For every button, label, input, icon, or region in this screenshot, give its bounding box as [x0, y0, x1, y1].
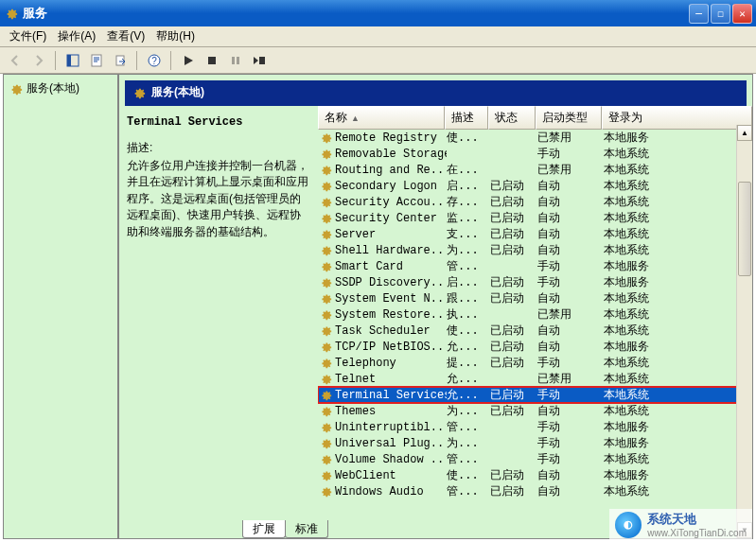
- service-row[interactable]: Security Accou...存...已启动自动本地系统: [318, 194, 752, 210]
- cell-desc: 提...: [447, 355, 490, 371]
- cell-logon: 本地系统: [604, 451, 752, 467]
- cell-name: Windows Audio: [335, 485, 447, 498]
- cell-desc: 为...: [447, 435, 490, 451]
- service-row[interactable]: Telnet允...已禁用本地系统: [318, 371, 752, 387]
- forward-button[interactable]: [27, 50, 49, 71]
- cell-name: TCP/IP NetBIOS...: [335, 341, 447, 354]
- service-row[interactable]: Secondary Logon启...已启动自动本地系统: [318, 178, 752, 194]
- cell-desc: 为...: [447, 242, 490, 258]
- cell-logon: 本地系统: [604, 194, 752, 210]
- view-tabs: 扩展 标准: [242, 520, 327, 538]
- window-title: 服务: [23, 5, 689, 22]
- service-row[interactable]: Shell Hardware...为...已启动自动本地系统: [318, 242, 752, 258]
- service-row[interactable]: Security Center监...已启动自动本地系统: [318, 210, 752, 226]
- service-row[interactable]: Volume Shadow ...管...手动本地系统: [318, 451, 752, 467]
- service-row[interactable]: Windows Audio管...已启动自动本地系统: [318, 483, 752, 499]
- cell-name: Task Scheduler: [335, 324, 447, 338]
- close-button[interactable]: ✕: [732, 4, 752, 24]
- show-hide-tree-button[interactable]: [62, 50, 83, 71]
- cell-desc: 允...: [447, 371, 490, 387]
- service-row[interactable]: Task Scheduler使...已启动自动本地系统: [318, 323, 752, 339]
- watermark-brand: 系统天地: [647, 512, 696, 526]
- service-row[interactable]: Removable Storage手动本地系统: [318, 146, 752, 162]
- cell-startup: 自动: [537, 242, 604, 258]
- tab-extended[interactable]: 扩展: [242, 520, 286, 538]
- toolbar-separator: [55, 51, 56, 70]
- cell-status: 已启动: [490, 339, 537, 355]
- service-row[interactable]: Routing and Re...在...已禁用本地系统: [318, 162, 752, 178]
- cell-name: Terminal Services: [335, 389, 447, 402]
- cell-name: Remote Registry: [335, 131, 447, 145]
- cell-logon: 本地系统: [604, 371, 752, 387]
- toolbar-separator: [136, 51, 137, 70]
- menu-file[interactable]: 文件(F): [4, 26, 52, 46]
- cell-name: Volume Shadow ...: [335, 453, 447, 466]
- service-row[interactable]: Smart Card管...手动本地服务: [318, 258, 752, 274]
- properties-button[interactable]: [85, 50, 107, 71]
- service-row[interactable]: Remote Registry使...已禁用本地服务: [318, 130, 752, 146]
- service-row[interactable]: Universal Plug...为...手动本地服务: [318, 435, 752, 451]
- service-row[interactable]: System Restore...执...已禁用本地系统: [318, 306, 752, 323]
- tab-standard[interactable]: 标准: [285, 520, 328, 538]
- menu-help[interactable]: 帮助(H): [150, 26, 201, 46]
- back-button[interactable]: [4, 50, 26, 71]
- detail-header-label: 服务(本地): [151, 84, 204, 100]
- column-name[interactable]: 名称▲: [318, 106, 445, 130]
- scroll-up-button[interactable]: ▲: [737, 125, 752, 141]
- cell-logon: 本地系统: [604, 403, 752, 419]
- service-row[interactable]: Uninterruptibl...管...手动本地服务: [318, 419, 752, 435]
- service-row[interactable]: Terminal Services允...已启动手动本地系统: [318, 387, 752, 403]
- cell-desc: 管...: [447, 451, 490, 467]
- cell-logon: 本地系统: [604, 387, 752, 403]
- cell-status: 已启动: [490, 323, 537, 339]
- cell-status: 已启动: [490, 226, 537, 242]
- export-button[interactable]: [109, 50, 131, 71]
- cell-startup: 手动: [537, 451, 604, 467]
- scroll-thumb[interactable]: [738, 182, 751, 276]
- start-service-button[interactable]: [177, 50, 199, 71]
- watermark: ◐ 系统天地 www.XiTongTianDi.com: [609, 509, 752, 540]
- description-label: 描述:: [127, 140, 310, 156]
- help-button[interactable]: ?: [143, 50, 165, 71]
- cell-name: Uninterruptibl...: [335, 421, 447, 434]
- stop-service-button[interactable]: [201, 50, 222, 71]
- column-startup[interactable]: 启动类型: [536, 106, 602, 130]
- pause-service-button[interactable]: [224, 50, 246, 71]
- service-row[interactable]: WebClient使...已启动自动本地服务: [318, 467, 752, 483]
- cell-desc: 启...: [447, 178, 490, 194]
- svg-rect-6: [208, 57, 216, 64]
- maximize-button[interactable]: ☐: [711, 4, 730, 24]
- minimize-button[interactable]: ─: [689, 4, 709, 24]
- cell-desc: 监...: [447, 210, 490, 226]
- cell-desc: 跟...: [447, 290, 490, 306]
- service-row[interactable]: Telephony提...已启动手动本地系统: [318, 355, 752, 371]
- cell-startup: 已禁用: [537, 162, 604, 178]
- cell-name: WebClient: [335, 469, 447, 482]
- toolbar: ?: [0, 47, 756, 74]
- restart-service-button[interactable]: [248, 50, 270, 71]
- svg-rect-9: [259, 57, 265, 64]
- svg-rect-7: [232, 57, 235, 64]
- content-area: 服务(本地) 服务(本地) Terminal Services 描述: 允许多位…: [3, 74, 753, 539]
- column-status[interactable]: 状态: [488, 106, 536, 130]
- menu-action[interactable]: 操作(A): [52, 26, 101, 46]
- column-logon[interactable]: 登录为: [602, 106, 752, 130]
- cell-startup: 自动: [537, 290, 604, 306]
- column-description[interactable]: 描述: [445, 106, 488, 130]
- menu-view[interactable]: 查看(V): [101, 26, 150, 46]
- service-row[interactable]: System Event N...跟...已启动自动本地系统: [318, 290, 752, 306]
- cell-desc: 管...: [447, 258, 490, 274]
- cell-startup: 手动: [537, 419, 604, 435]
- service-row[interactable]: TCP/IP NetBIOS...允...已启动自动本地服务: [318, 339, 752, 355]
- vertical-scrollbar[interactable]: ▲ ▼: [736, 125, 752, 538]
- service-row[interactable]: Themes为...已启动自动本地系统: [318, 403, 752, 419]
- cell-startup: 手动: [537, 387, 604, 403]
- tree-pane: 服务(本地): [4, 75, 119, 538]
- menubar: 文件(F) 操作(A) 查看(V) 帮助(H): [0, 26, 756, 47]
- tree-root-services[interactable]: 服务(本地): [8, 79, 114, 98]
- cell-startup: 自动: [537, 210, 604, 226]
- service-row[interactable]: Server支...已启动自动本地系统: [318, 226, 752, 242]
- cell-status: 已启动: [490, 387, 537, 403]
- service-row[interactable]: SSDP Discovery...启...已启动手动本地服务: [318, 274, 752, 290]
- cell-startup: 手动: [537, 435, 604, 451]
